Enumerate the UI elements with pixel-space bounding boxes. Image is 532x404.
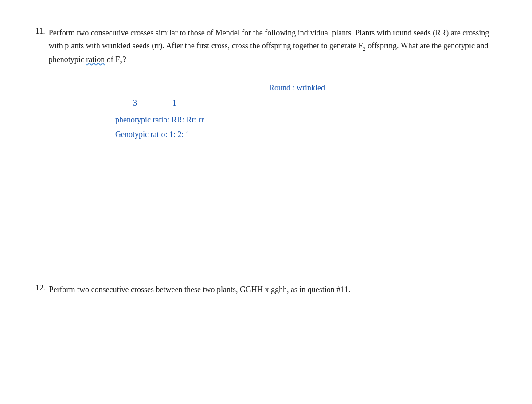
round-wrinkled-row: Round : wrinkled <box>98 81 497 95</box>
number-1: 1 <box>172 96 176 110</box>
phenotypic-ratio-label: phenotypic ratio: RR: Rr: rr <box>115 115 204 124</box>
question-11-number: 11. <box>35 27 45 67</box>
question-11-text: 11. Perform two consecutive crosses simi… <box>35 27 497 67</box>
numbers-row: 3 1 <box>120 96 497 110</box>
question-11-answer: Round : wrinkled 3 1 phenotypic ratio: R… <box>115 81 497 142</box>
question-11: 11. Perform two consecutive crosses simi… <box>35 27 497 141</box>
phenotypic-ratio: phenotypic ratio: RR: Rr: rr <box>115 113 497 127</box>
question-12-number: 12. <box>35 283 46 296</box>
ration-word: ration <box>86 55 105 64</box>
question-12: 12. Perform two consecutive crosses betw… <box>35 283 497 296</box>
question-12-text: 12. Perform two consecutive crosses betw… <box>35 283 497 296</box>
number-3: 3 <box>133 96 137 110</box>
question-11-body: Perform two consecutive crosses similar … <box>49 27 497 67</box>
question-12-body: Perform two consecutive crosses between … <box>49 283 351 296</box>
round-wrinkled-label: Round : wrinkled <box>269 83 325 92</box>
genotypic-ratio: Genotypic ratio: 1: 2: 1 <box>115 127 497 141</box>
spacer <box>35 168 497 283</box>
genotypic-ratio-label: Genotypic ratio: 1: 2: 1 <box>115 130 190 139</box>
